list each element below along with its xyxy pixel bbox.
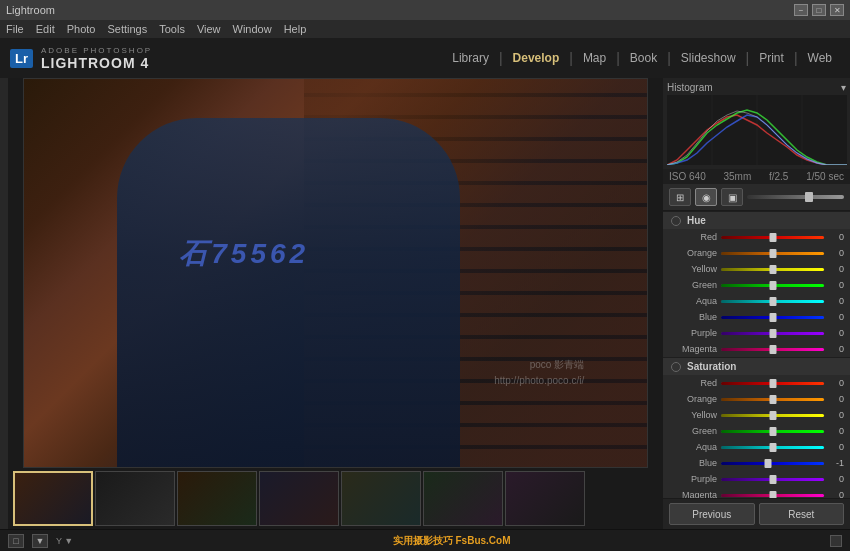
sat-magenta-value: 0 xyxy=(824,490,844,498)
hue-green-label: Green xyxy=(669,280,721,290)
menu-bar: File Edit Photo Settings Tools View Wind… xyxy=(0,20,850,38)
sat-magenta-label: Magenta xyxy=(669,490,721,498)
hue-magenta-thumb xyxy=(769,345,776,354)
menu-window[interactable]: Window xyxy=(233,23,272,35)
hue-aqua-slider[interactable] xyxy=(721,300,824,303)
minimize-button[interactable]: − xyxy=(794,4,808,16)
window-controls: − □ ✕ xyxy=(794,4,844,16)
menu-edit[interactable]: Edit xyxy=(36,23,55,35)
hue-purple-value: 0 xyxy=(824,328,844,338)
filmstrip-thumb[interactable] xyxy=(423,471,503,526)
menu-view[interactable]: View xyxy=(197,23,221,35)
module-slideshow[interactable]: Slideshow xyxy=(673,47,744,69)
previous-button[interactable]: Previous xyxy=(669,503,755,525)
hue-purple-slider[interactable] xyxy=(721,332,824,335)
hue-blue-label: Blue xyxy=(669,312,721,322)
photo-container: 石75562 poco 影青端http://photo.poco.c/i/ xyxy=(23,78,648,468)
hue-purple-thumb xyxy=(769,329,776,338)
photo-image: 石75562 poco 影青端http://photo.poco.c/i/ xyxy=(24,79,647,467)
histogram-chart xyxy=(667,95,847,165)
hue-red-label: Red xyxy=(669,232,721,242)
left-panel-handle[interactable] xyxy=(0,78,8,529)
tool-bar-right: ⊞ ◉ ▣ xyxy=(663,184,850,211)
sat-orange-slider[interactable] xyxy=(721,398,824,401)
hue-red-value: 0 xyxy=(824,232,844,242)
sat-red-slider[interactable] xyxy=(721,382,824,385)
panel-bottom-buttons: Previous Reset xyxy=(663,498,850,529)
hue-red-thumb xyxy=(769,233,776,242)
hue-magenta-value: 0 xyxy=(824,344,844,354)
reset-button[interactable]: Reset xyxy=(759,503,845,525)
hue-green-thumb xyxy=(769,281,776,290)
sat-aqua-thumb xyxy=(769,443,776,452)
tool-amount-slider[interactable] xyxy=(747,195,844,199)
menu-photo[interactable]: Photo xyxy=(67,23,96,35)
sat-red-label: Red xyxy=(669,378,721,388)
sat-aqua-label: Aqua xyxy=(669,442,721,452)
hue-aqua-label: Aqua xyxy=(669,296,721,306)
module-develop[interactable]: Develop xyxy=(505,47,568,69)
menu-tools[interactable]: Tools xyxy=(159,23,185,35)
exif-iso: ISO 640 xyxy=(669,171,706,182)
lr-logo: Lr ADOBE PHOTOSHOP LIGHTROOM 4 xyxy=(10,46,152,71)
saturation-toggle[interactable] xyxy=(671,362,681,372)
hue-toggle[interactable] xyxy=(671,216,681,226)
sat-blue-slider[interactable] xyxy=(721,462,824,465)
sat-yellow-label: Yellow xyxy=(669,410,721,420)
menu-file[interactable]: File xyxy=(6,23,24,35)
hue-orange-row: Orange 0 xyxy=(663,245,850,261)
menu-settings[interactable]: Settings xyxy=(107,23,147,35)
adjustments-panel[interactable]: Hue Red 0 Orange 0 Yellow xyxy=(663,211,850,498)
hue-yellow-slider[interactable] xyxy=(721,268,824,271)
module-book[interactable]: Book xyxy=(622,47,665,69)
hue-orange-slider[interactable] xyxy=(721,252,824,255)
scroll-indicator[interactable] xyxy=(830,535,842,547)
sat-green-slider[interactable] xyxy=(721,430,824,433)
hue-green-slider[interactable] xyxy=(721,284,824,287)
tool-crop[interactable]: ⊞ xyxy=(669,188,691,206)
sat-orange-thumb xyxy=(769,395,776,404)
menu-help[interactable]: Help xyxy=(284,23,307,35)
saturation-label: Saturation xyxy=(687,361,736,372)
lr-title: LIGHTROOM 4 xyxy=(41,55,149,71)
filmstrip-thumb[interactable] xyxy=(13,471,93,526)
sat-green-value: 0 xyxy=(824,426,844,436)
top-nav: Lr ADOBE PHOTOSHOP LIGHTROOM 4 Library |… xyxy=(0,38,850,78)
sat-yellow-thumb xyxy=(769,411,776,420)
maximize-button[interactable]: □ xyxy=(812,4,826,16)
sat-purple-slider[interactable] xyxy=(721,478,824,481)
hue-red-row: Red 0 xyxy=(663,229,850,245)
sat-purple-thumb xyxy=(769,475,776,484)
hue-blue-slider[interactable] xyxy=(721,316,824,319)
filmstrip-thumb[interactable] xyxy=(505,471,585,526)
histogram-arrow-icon[interactable]: ▾ xyxy=(841,82,846,93)
hue-section-header: Hue xyxy=(663,211,850,229)
tool-spot[interactable]: ◉ xyxy=(695,188,717,206)
filmstrip-thumb[interactable] xyxy=(177,471,257,526)
sat-blue-row: Blue -1 xyxy=(663,455,850,471)
sat-blue-label: Blue xyxy=(669,458,721,468)
filmstrip-thumb[interactable] xyxy=(95,471,175,526)
hue-aqua-value: 0 xyxy=(824,296,844,306)
view-mode-button[interactable]: □ xyxy=(8,534,24,548)
exif-aperture: f/2.5 xyxy=(769,171,788,182)
module-library[interactable]: Library xyxy=(444,47,497,69)
hue-blue-thumb xyxy=(769,313,776,322)
right-panel: Histogram ▾ xyxy=(662,78,850,529)
filmstrip-thumb[interactable] xyxy=(341,471,421,526)
module-print[interactable]: Print xyxy=(751,47,792,69)
hue-green-row: Green 0 xyxy=(663,277,850,293)
sat-aqua-slider[interactable] xyxy=(721,446,824,449)
close-button[interactable]: ✕ xyxy=(830,4,844,16)
module-web[interactable]: Web xyxy=(800,47,840,69)
hue-magenta-slider[interactable] xyxy=(721,348,824,351)
sat-green-row: Green 0 xyxy=(663,423,850,439)
hue-red-slider[interactable] xyxy=(721,236,824,239)
info-button[interactable]: ▼ xyxy=(32,534,48,548)
sat-yellow-slider[interactable] xyxy=(721,414,824,417)
filmstrip-thumb[interactable] xyxy=(259,471,339,526)
hue-label: Hue xyxy=(687,215,706,226)
tool-redeye[interactable]: ▣ xyxy=(721,188,743,206)
module-map[interactable]: Map xyxy=(575,47,614,69)
sat-magenta-slider[interactable] xyxy=(721,494,824,497)
